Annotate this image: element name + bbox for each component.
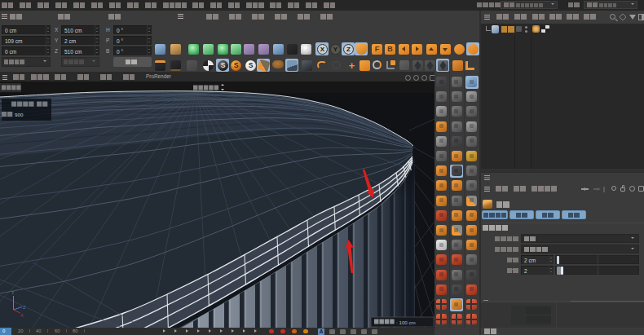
svg-text:Y: Y	[11, 290, 15, 295]
svg-text:X: X	[20, 313, 24, 318]
svg-text:900: 900	[15, 112, 24, 117]
svg-text:: 100 cm: : 100 cm	[396, 320, 416, 325]
